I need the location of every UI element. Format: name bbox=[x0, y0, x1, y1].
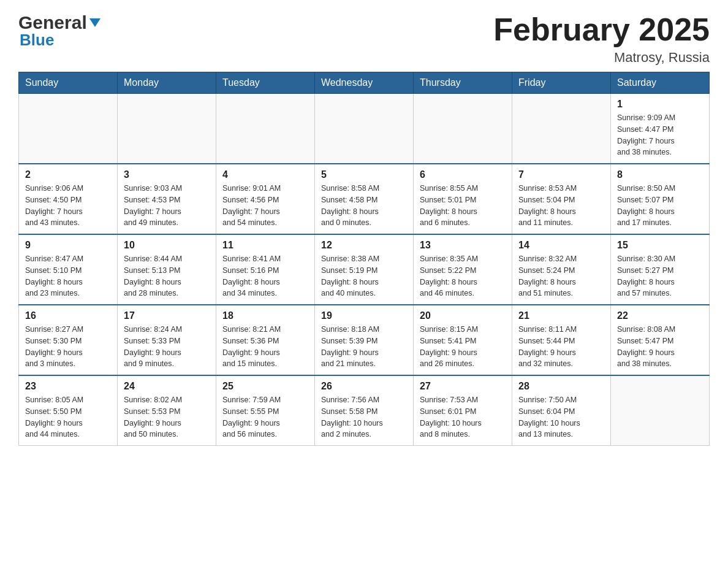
weekday-header-thursday: Thursday bbox=[414, 72, 512, 94]
day-info: Sunrise: 8:38 AM Sunset: 5:19 PM Dayligh… bbox=[321, 253, 407, 299]
calendar-cell: 25Sunrise: 7:59 AM Sunset: 5:55 PM Dayli… bbox=[216, 375, 315, 446]
day-info: Sunrise: 8:05 AM Sunset: 5:50 PM Dayligh… bbox=[25, 394, 111, 440]
day-info: Sunrise: 9:06 AM Sunset: 4:50 PM Dayligh… bbox=[25, 183, 111, 229]
day-info: Sunrise: 7:59 AM Sunset: 5:55 PM Dayligh… bbox=[222, 394, 308, 440]
calendar-cell bbox=[512, 94, 611, 164]
calendar-cell: 26Sunrise: 7:56 AM Sunset: 5:58 PM Dayli… bbox=[315, 375, 414, 446]
calendar-cell: 12Sunrise: 8:38 AM Sunset: 5:19 PM Dayli… bbox=[315, 234, 414, 305]
day-info: Sunrise: 8:18 AM Sunset: 5:39 PM Dayligh… bbox=[321, 324, 407, 370]
day-number: 12 bbox=[321, 240, 407, 251]
calendar-cell: 24Sunrise: 8:02 AM Sunset: 5:53 PM Dayli… bbox=[118, 375, 216, 446]
day-info: Sunrise: 7:50 AM Sunset: 6:04 PM Dayligh… bbox=[518, 394, 604, 440]
day-number: 19 bbox=[321, 310, 407, 321]
day-info: Sunrise: 8:35 AM Sunset: 5:22 PM Dayligh… bbox=[420, 253, 506, 299]
svg-marker-0 bbox=[89, 18, 100, 27]
day-info: Sunrise: 9:01 AM Sunset: 4:56 PM Dayligh… bbox=[222, 183, 308, 229]
calendar-cell: 16Sunrise: 8:27 AM Sunset: 5:30 PM Dayli… bbox=[19, 305, 118, 375]
day-info: Sunrise: 8:50 AM Sunset: 5:07 PM Dayligh… bbox=[617, 183, 703, 229]
day-number: 9 bbox=[25, 240, 111, 251]
day-info: Sunrise: 8:24 AM Sunset: 5:33 PM Dayligh… bbox=[124, 324, 210, 370]
day-info: Sunrise: 8:55 AM Sunset: 5:01 PM Dayligh… bbox=[420, 183, 506, 229]
day-info: Sunrise: 8:32 AM Sunset: 5:24 PM Dayligh… bbox=[518, 253, 604, 299]
day-number: 25 bbox=[222, 381, 308, 392]
day-number: 1 bbox=[617, 99, 703, 110]
calendar-cell: 17Sunrise: 8:24 AM Sunset: 5:33 PM Dayli… bbox=[118, 305, 216, 375]
calendar-cell bbox=[118, 94, 216, 164]
day-number: 15 bbox=[617, 240, 703, 251]
day-info: Sunrise: 8:30 AM Sunset: 5:27 PM Dayligh… bbox=[617, 253, 703, 299]
calendar-cell: 5Sunrise: 8:58 AM Sunset: 4:58 PM Daylig… bbox=[315, 164, 414, 234]
day-number: 3 bbox=[124, 169, 210, 180]
calendar-cell: 14Sunrise: 8:32 AM Sunset: 5:24 PM Dayli… bbox=[512, 234, 611, 305]
calendar-cell bbox=[19, 94, 118, 164]
calendar-cell: 6Sunrise: 8:55 AM Sunset: 5:01 PM Daylig… bbox=[414, 164, 512, 234]
day-number: 20 bbox=[420, 310, 506, 321]
calendar-week-row: 1Sunrise: 9:09 AM Sunset: 4:47 PM Daylig… bbox=[19, 94, 710, 164]
calendar-cell: 9Sunrise: 8:47 AM Sunset: 5:10 PM Daylig… bbox=[19, 234, 118, 305]
day-info: Sunrise: 8:11 AM Sunset: 5:44 PM Dayligh… bbox=[518, 324, 604, 370]
calendar-cell: 3Sunrise: 9:03 AM Sunset: 4:53 PM Daylig… bbox=[118, 164, 216, 234]
calendar-week-row: 2Sunrise: 9:06 AM Sunset: 4:50 PM Daylig… bbox=[19, 164, 710, 234]
calendar-cell: 15Sunrise: 8:30 AM Sunset: 5:27 PM Dayli… bbox=[611, 234, 710, 305]
calendar-cell: 22Sunrise: 8:08 AM Sunset: 5:47 PM Dayli… bbox=[611, 305, 710, 375]
day-number: 13 bbox=[420, 240, 506, 251]
weekday-header-sunday: Sunday bbox=[19, 72, 118, 94]
day-number: 2 bbox=[25, 169, 111, 180]
calendar-cell: 21Sunrise: 8:11 AM Sunset: 5:44 PM Dayli… bbox=[512, 305, 611, 375]
day-number: 21 bbox=[518, 310, 604, 321]
day-info: Sunrise: 8:21 AM Sunset: 5:36 PM Dayligh… bbox=[222, 324, 308, 370]
day-info: Sunrise: 8:27 AM Sunset: 5:30 PM Dayligh… bbox=[25, 324, 111, 370]
day-info: Sunrise: 8:41 AM Sunset: 5:16 PM Dayligh… bbox=[222, 253, 308, 299]
day-info: Sunrise: 9:03 AM Sunset: 4:53 PM Dayligh… bbox=[124, 183, 210, 229]
day-number: 7 bbox=[518, 169, 604, 180]
day-number: 6 bbox=[420, 169, 506, 180]
month-year-title: February 2025 bbox=[493, 12, 710, 47]
day-info: Sunrise: 9:09 AM Sunset: 4:47 PM Dayligh… bbox=[617, 112, 703, 158]
calendar-cell bbox=[414, 94, 512, 164]
logo-blue-text: Blue bbox=[20, 31, 54, 50]
day-number: 10 bbox=[124, 240, 210, 251]
day-number: 23 bbox=[25, 381, 111, 392]
calendar-cell: 19Sunrise: 8:18 AM Sunset: 5:39 PM Dayli… bbox=[315, 305, 414, 375]
day-info: Sunrise: 7:53 AM Sunset: 6:01 PM Dayligh… bbox=[420, 394, 506, 440]
day-info: Sunrise: 7:56 AM Sunset: 5:58 PM Dayligh… bbox=[321, 394, 407, 440]
day-number: 14 bbox=[518, 240, 604, 251]
calendar-cell: 10Sunrise: 8:44 AM Sunset: 5:13 PM Dayli… bbox=[118, 234, 216, 305]
calendar-cell: 7Sunrise: 8:53 AM Sunset: 5:04 PM Daylig… bbox=[512, 164, 611, 234]
weekday-header-tuesday: Tuesday bbox=[216, 72, 315, 94]
day-info: Sunrise: 8:15 AM Sunset: 5:41 PM Dayligh… bbox=[420, 324, 506, 370]
logo-general-text: General bbox=[18, 12, 87, 33]
day-number: 8 bbox=[617, 169, 703, 180]
day-info: Sunrise: 8:02 AM Sunset: 5:53 PM Dayligh… bbox=[124, 394, 210, 440]
weekday-header-saturday: Saturday bbox=[611, 72, 710, 94]
day-info: Sunrise: 8:47 AM Sunset: 5:10 PM Dayligh… bbox=[25, 253, 111, 299]
title-area: February 2025 Matrosy, Russia bbox=[493, 12, 710, 66]
calendar-cell: 11Sunrise: 8:41 AM Sunset: 5:16 PM Dayli… bbox=[216, 234, 315, 305]
calendar-cell: 20Sunrise: 8:15 AM Sunset: 5:41 PM Dayli… bbox=[414, 305, 512, 375]
calendar-cell: 27Sunrise: 7:53 AM Sunset: 6:01 PM Dayli… bbox=[414, 375, 512, 446]
day-number: 4 bbox=[222, 169, 308, 180]
day-number: 11 bbox=[222, 240, 308, 251]
calendar-week-row: 23Sunrise: 8:05 AM Sunset: 5:50 PM Dayli… bbox=[19, 375, 710, 446]
calendar-cell bbox=[216, 94, 315, 164]
logo-arrow-icon bbox=[88, 16, 102, 29]
day-info: Sunrise: 8:08 AM Sunset: 5:47 PM Dayligh… bbox=[617, 324, 703, 370]
calendar-cell bbox=[611, 375, 710, 446]
calendar-week-row: 16Sunrise: 8:27 AM Sunset: 5:30 PM Dayli… bbox=[19, 305, 710, 375]
calendar-cell: 18Sunrise: 8:21 AM Sunset: 5:36 PM Dayli… bbox=[216, 305, 315, 375]
weekday-header-wednesday: Wednesday bbox=[315, 72, 414, 94]
day-number: 5 bbox=[321, 169, 407, 180]
calendar-cell: 2Sunrise: 9:06 AM Sunset: 4:50 PM Daylig… bbox=[19, 164, 118, 234]
day-number: 22 bbox=[617, 310, 703, 321]
calendar-cell: 23Sunrise: 8:05 AM Sunset: 5:50 PM Dayli… bbox=[19, 375, 118, 446]
calendar-cell: 13Sunrise: 8:35 AM Sunset: 5:22 PM Dayli… bbox=[414, 234, 512, 305]
calendar-cell: 1Sunrise: 9:09 AM Sunset: 4:47 PM Daylig… bbox=[611, 94, 710, 164]
calendar-cell: 8Sunrise: 8:50 AM Sunset: 5:07 PM Daylig… bbox=[611, 164, 710, 234]
calendar-cell: 4Sunrise: 9:01 AM Sunset: 4:56 PM Daylig… bbox=[216, 164, 315, 234]
day-number: 18 bbox=[222, 310, 308, 321]
weekday-header-row: SundayMondayTuesdayWednesdayThursdayFrid… bbox=[19, 72, 710, 94]
day-info: Sunrise: 8:53 AM Sunset: 5:04 PM Dayligh… bbox=[518, 183, 604, 229]
calendar-cell: 28Sunrise: 7:50 AM Sunset: 6:04 PM Dayli… bbox=[512, 375, 611, 446]
day-number: 24 bbox=[124, 381, 210, 392]
day-info: Sunrise: 8:44 AM Sunset: 5:13 PM Dayligh… bbox=[124, 253, 210, 299]
